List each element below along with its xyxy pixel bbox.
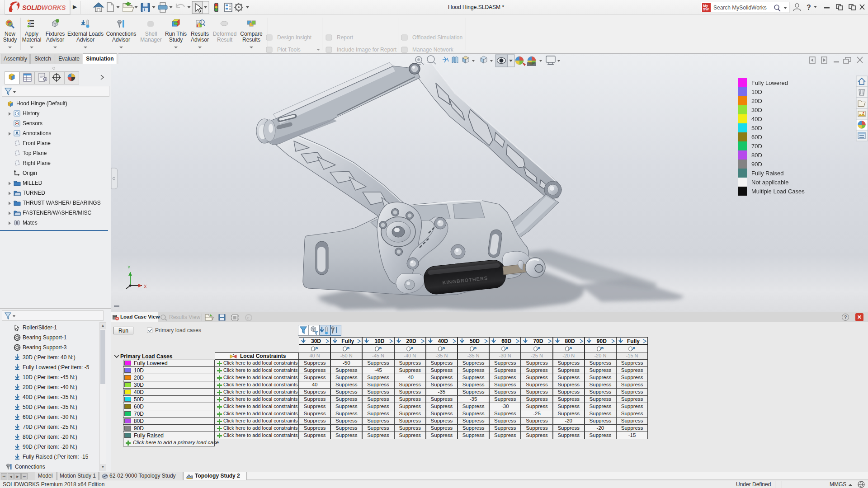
svg-text:A: A xyxy=(15,131,19,136)
svg-text:30D: 30D xyxy=(751,107,762,113)
svg-text:70D: 70D xyxy=(751,143,762,150)
svg-text:X: X xyxy=(144,284,147,289)
svg-text:?: ? xyxy=(807,4,811,11)
svg-text:60D: 60D xyxy=(751,134,762,141)
svg-text:20D: 20D xyxy=(751,98,762,104)
svg-text:Fully Raised: Fully Raised xyxy=(751,170,784,177)
svg-text:10D: 10D xyxy=(751,89,762,95)
svg-text:Not applicable: Not applicable xyxy=(751,179,788,186)
svg-text:50D: 50D xyxy=(751,125,762,131)
svg-text:Fully Lowered: Fully Lowered xyxy=(751,80,788,86)
svg-text:80D: 80D xyxy=(751,152,762,159)
svg-text:Y: Y xyxy=(127,265,131,270)
svg-text:40D: 40D xyxy=(751,116,762,122)
svg-text:Multiple Load Cases: Multiple Load Cases xyxy=(751,188,805,195)
svg-text:90D: 90D xyxy=(751,161,762,168)
svg-text:e: e xyxy=(247,315,250,320)
